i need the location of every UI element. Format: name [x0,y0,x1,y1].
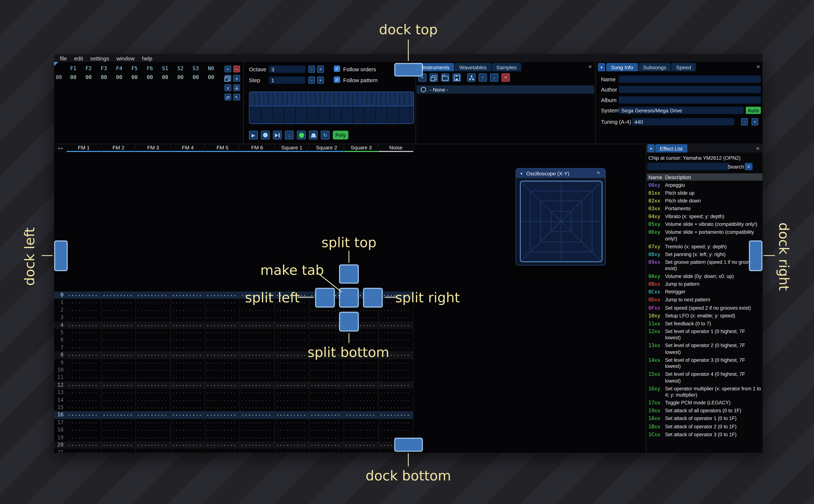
pattern-cell-fm-1[interactable] [67,359,101,366]
pattern-cell-fm-4[interactable] [171,366,205,374]
pattern-cell-fm-5[interactable] [205,404,240,411]
pattern-cell-fm-2[interactable] [101,404,136,411]
pattern-cell-square-3[interactable] [344,426,379,434]
pattern-expand-button[interactable]: ++ [54,144,67,152]
piano-keyboard[interactable] [249,92,414,124]
instrument-type-button[interactable] [467,73,476,82]
pattern-cell-fm-3[interactable] [136,359,171,366]
follow-pattern-checkbox[interactable]: ✓ [334,76,340,83]
pattern-row[interactable]: 16 [54,411,414,419]
pattern-cell-noise[interactable] [379,336,414,344]
pattern-cell-noise[interactable] [379,411,414,419]
open-instrument-button[interactable] [441,73,450,82]
menu-item-file[interactable]: file [56,55,71,61]
tab-instruments[interactable]: Instruments [418,63,454,71]
pattern-cell-fm-2[interactable] [101,441,136,449]
pattern-cell-fm-5[interactable] [205,336,240,344]
pattern-cell-fm-4[interactable] [171,314,205,321]
pattern-cell-fm-5[interactable] [205,441,240,449]
pattern-cell-square-1[interactable] [275,307,309,314]
split-right-target[interactable] [363,288,383,307]
pattern-row[interactable]: 5 [54,329,414,337]
pattern-cell-fm-4[interactable] [171,389,205,396]
pattern-cell-fm-2[interactable] [101,299,136,307]
order-value[interactable]: 00 [173,74,188,80]
pattern-cell-fm-4[interactable] [171,329,205,337]
pattern-cell-fm-1[interactable] [67,381,101,389]
pattern-cell-fm-1[interactable] [67,419,101,426]
pattern-cell-square-2[interactable] [309,396,344,404]
pattern-cell-fm-1[interactable] [67,449,101,453]
pattern-cell-fm-4[interactable] [171,344,205,351]
pattern-cell-square-3[interactable] [344,396,379,404]
pattern-cell-fm-2[interactable] [101,307,136,314]
pattern-cell-fm-5[interactable] [205,396,240,404]
pattern-row[interactable]: 3 [54,314,414,321]
pattern-cell-noise[interactable] [379,374,414,381]
pattern-cell-fm-3[interactable] [136,321,171,329]
split-bottom-target[interactable] [339,312,359,331]
play-pattern-button[interactable] [261,131,270,139]
pattern-cell-fm-6[interactable] [240,344,275,351]
pattern-cell-fm-4[interactable] [171,336,205,344]
pattern-cell-square-1[interactable] [275,351,309,359]
pattern-cell-fm-3[interactable] [136,434,171,441]
pattern-cell-noise[interactable] [379,419,414,426]
pattern-cell-fm-2[interactable] [101,336,136,344]
move-instrument-down-button[interactable]: ↓ [490,73,499,82]
pattern-row[interactable]: 11 [54,374,414,381]
add-order-button[interactable]: + [224,66,231,72]
pattern-cell-fm-3[interactable] [136,374,171,381]
pattern-cell-fm-6[interactable] [240,329,275,337]
instruments-close-button[interactable]: × [587,64,593,70]
pattern-cell-fm-4[interactable] [171,351,205,359]
pattern-cell-fm-5[interactable] [205,426,240,434]
metronome-button[interactable] [309,131,317,139]
pattern-cell-fm-2[interactable] [101,321,136,329]
pattern-cell-fm-1[interactable] [67,426,101,434]
pattern-cell-square-3[interactable] [344,434,379,441]
pattern-cell-fm-3[interactable] [136,291,171,299]
pattern-cell-square-2[interactable] [309,411,344,419]
pattern-cell-fm-3[interactable] [136,389,171,396]
pattern-cell-fm-3[interactable] [136,426,171,434]
pattern-cell-fm-6[interactable] [240,441,275,449]
songinfo-close-button[interactable]: × [755,64,761,70]
split-top-target[interactable] [339,264,359,284]
pattern-cell-square-3[interactable] [344,411,379,419]
order-value[interactable]: 00 [142,74,157,80]
channel-header-square-3[interactable]: Square 3 [344,144,379,152]
pattern-cell-fm-5[interactable] [205,344,240,351]
tab-samples[interactable]: Samples [492,63,521,71]
pattern-row[interactable]: 21 [54,449,414,453]
pattern-cell-fm-3[interactable] [136,449,171,453]
pattern-cell-fm-5[interactable] [205,359,240,366]
pattern-cell-fm-1[interactable] [67,434,101,441]
songinfo-collapse-icon[interactable]: ▼ [598,63,605,71]
pattern-cell-noise[interactable] [379,396,414,404]
pattern-cell-fm-3[interactable] [136,366,171,374]
pattern-cell-fm-4[interactable] [171,396,205,404]
pattern-cell-fm-3[interactable] [136,351,171,359]
pattern-row[interactable]: 13 [54,389,414,396]
pattern-cell-fm-1[interactable] [67,411,101,419]
order-value[interactable]: 00 [96,74,111,80]
pattern-cell-fm-1[interactable] [67,307,101,314]
pattern-cell-noise[interactable] [379,389,414,396]
menu-item-window[interactable]: window [113,55,138,61]
pattern-cell-square-2[interactable] [309,381,344,389]
order-value[interactable]: 00 [127,74,142,80]
pattern-cell-fm-2[interactable] [101,291,136,299]
pattern-cell-fm-2[interactable] [101,314,136,321]
pattern-cell-square-1[interactable] [275,404,309,411]
pattern-cell-square-1[interactable] [275,426,309,434]
octave-decrease-button[interactable]: - [308,66,315,73]
pattern-cell-fm-3[interactable] [136,344,171,351]
pattern-cell-fm-5[interactable] [205,419,240,426]
tab-speed[interactable]: Speed [672,63,696,71]
pattern-cell-noise[interactable] [379,426,414,434]
channel-header-square-1[interactable]: Square 1 [275,144,309,152]
pattern-cell-fm-2[interactable] [101,411,136,419]
tab-subsongs[interactable]: Subsongs [638,63,671,71]
author-field[interactable] [619,86,761,93]
